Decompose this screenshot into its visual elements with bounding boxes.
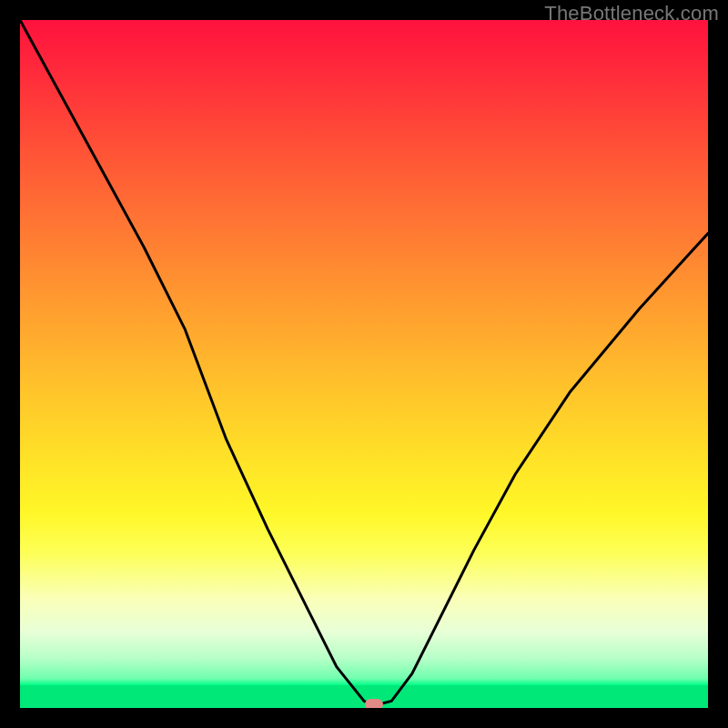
watermark-text: TheBottleneck.com [544, 2, 719, 25]
optimum-marker [365, 699, 383, 708]
chart-stage: TheBottleneck.com [0, 0, 728, 728]
bottleneck-curve [20, 20, 708, 708]
plot-area [20, 20, 708, 708]
